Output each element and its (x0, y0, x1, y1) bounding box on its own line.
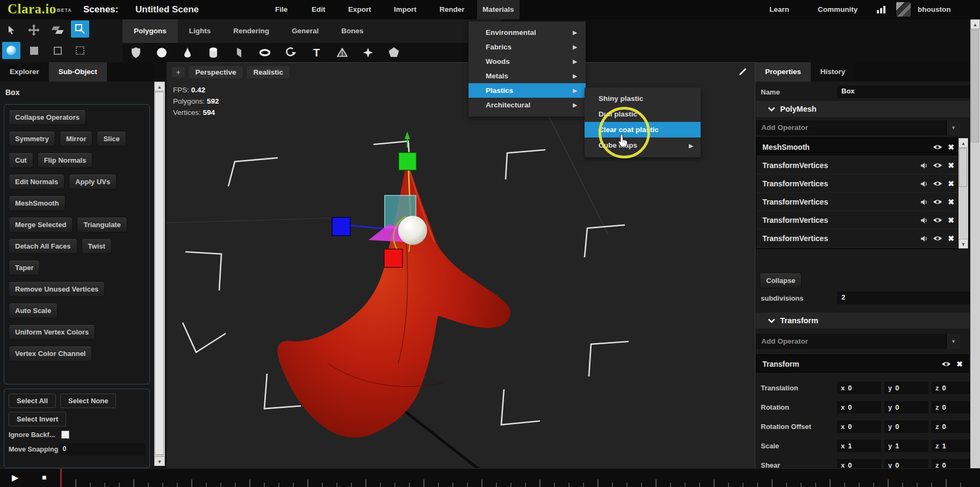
menu-item-plastics[interactable]: Plastics▶ (469, 83, 586, 98)
delete-operator-icon[interactable]: ✖ (948, 156, 954, 175)
tab-rendering[interactable]: Rendering (222, 19, 280, 43)
avatar[interactable] (896, 2, 911, 17)
menu-item-woods[interactable]: Woods▶ (469, 54, 586, 69)
meshsmooth-button[interactable]: MeshSmooth (9, 195, 66, 211)
subdivisions-input[interactable]: 2 (837, 292, 970, 304)
menu-community[interactable]: Community (812, 0, 863, 19)
rotation-offset-z-input[interactable]: z0 (932, 420, 970, 433)
tab-explorer[interactable]: Explorer (0, 62, 49, 82)
shield-tool-icon[interactable] (130, 47, 142, 59)
menu-item-environmental[interactable]: Environmental▶ (469, 25, 586, 40)
speaker-icon[interactable] (920, 217, 927, 224)
edit-normals-button[interactable]: Edit Normals (9, 174, 64, 190)
remove-unused-vertices-button[interactable]: Remove Unused Vertices (9, 281, 105, 297)
name-input[interactable]: Box (837, 85, 970, 98)
fill-select-tool-icon[interactable] (25, 42, 43, 59)
eye-icon[interactable] (933, 162, 942, 169)
translation-x-input[interactable]: x0 (837, 382, 881, 394)
cut-button[interactable]: Cut (9, 152, 33, 168)
operator-row[interactable]: MeshSmooth ✖ (756, 138, 968, 156)
transform-operator-row[interactable]: Transform ✖ (756, 354, 969, 373)
flip-normals-button[interactable]: Flip Normals (38, 152, 93, 168)
cone-tool-icon[interactable] (182, 47, 193, 59)
torus-tool-icon[interactable] (259, 47, 271, 59)
dropdown-arrow-icon[interactable]: ▼ (946, 334, 960, 349)
move-tool-icon[interactable] (25, 21, 43, 39)
speaker-icon[interactable] (920, 199, 927, 206)
rotation-offset-x-input[interactable]: x0 (837, 420, 881, 433)
twist-button[interactable]: Twist (82, 238, 112, 254)
menu-materials[interactable]: Materials (477, 0, 520, 19)
points-select-tool-icon[interactable] (71, 42, 89, 59)
rotation-x-input[interactable]: x0 (837, 401, 881, 413)
delete-operator-icon[interactable]: ✖ (948, 175, 954, 193)
auto-scale-button[interactable]: Auto Scale (9, 303, 57, 318)
plane-tool-icon[interactable] (233, 47, 245, 59)
vertex-color-channel-button[interactable]: Vertex Color Channel (9, 346, 92, 361)
translation-z-input[interactable]: z0 (932, 382, 970, 394)
menu-item-fabrics[interactable]: Fabrics▶ (469, 40, 586, 54)
operator-row[interactable]: TransformVertices ✖ (756, 193, 968, 211)
tab-properties[interactable]: Properties (755, 62, 811, 82)
menu-edit[interactable]: Edit (306, 0, 331, 19)
menu-export[interactable]: Export (343, 0, 377, 19)
operator-list-scrollbar[interactable]: ▲ ▼ (959, 138, 968, 249)
scene-name[interactable]: Untitled Scene (135, 4, 199, 15)
scale-y-input[interactable]: y1 (884, 440, 928, 452)
left-panel-scrollbar[interactable]: ▲ ▼ (154, 82, 165, 466)
symmetry-button[interactable]: Symmetry (9, 131, 55, 147)
rect-select-tool-icon[interactable] (71, 20, 89, 38)
camera-mode-button[interactable]: Perspective (189, 66, 243, 78)
move-snapping-input[interactable]: 0 (60, 444, 145, 455)
sphere-tool-icon[interactable] (156, 47, 168, 59)
delete-operator-icon[interactable]: ✖ (948, 193, 954, 211)
clara-logo[interactable]: Clara.io (8, 2, 56, 17)
shading-mode-button[interactable]: Realistic (247, 66, 290, 78)
timeline[interactable]: ▶ ■ (0, 468, 980, 487)
tab-lights[interactable]: Lights (178, 19, 222, 43)
submenu-item-shiny-plastic[interactable]: Shiny plastic (585, 91, 701, 106)
collapse-button[interactable]: Collapse (760, 273, 802, 288)
add-operator-dropdown[interactable]: Add Operator ▼ (756, 334, 960, 349)
taper-button[interactable]: Taper (9, 260, 40, 275)
detach-all-faces-button[interactable]: Detach All Faces (9, 238, 77, 254)
stats-chart-icon[interactable] (877, 6, 887, 13)
cylinder-tool-icon[interactable] (207, 47, 219, 59)
stop-icon[interactable]: ■ (42, 473, 46, 482)
play-icon[interactable]: ▶ (12, 473, 18, 483)
ignore-backfacing-checkbox[interactable] (61, 431, 69, 439)
tab-bones[interactable]: Bones (330, 19, 374, 43)
polygon-tool-icon[interactable] (388, 47, 400, 59)
delete-operator-icon[interactable]: ✖ (956, 355, 963, 373)
operator-row[interactable]: TransformVertices ✖ (756, 211, 968, 229)
operator-row[interactable]: TransformVertices ✖ (756, 156, 968, 175)
rotation-z-input[interactable]: z0 (932, 401, 970, 413)
pointer-tool-icon[interactable] (2, 21, 20, 39)
sphere-select-tool-icon[interactable] (2, 42, 20, 59)
shear-z-input[interactable]: z0 (932, 459, 970, 468)
polymesh-section-header[interactable]: PolyMesh (756, 101, 970, 117)
menu-item-metals[interactable]: Metals▶ (469, 69, 586, 83)
page-scrollbar[interactable]: ▲ (970, 19, 980, 468)
speaker-icon[interactable] (920, 162, 927, 169)
select-all-button[interactable]: Select All (9, 394, 56, 408)
submenu-item-cube-maps[interactable]: Cube Maps▶ (585, 137, 701, 153)
menu-import[interactable]: Import (388, 0, 422, 19)
tab-history[interactable]: History (811, 62, 855, 82)
rotation-offset-y-input[interactable]: y0 (884, 420, 928, 433)
eye-icon[interactable] (933, 217, 942, 223)
scale-x-input[interactable]: x1 (837, 440, 881, 452)
merge-selected-button[interactable]: Merge Selected (9, 217, 73, 232)
text-tool-icon[interactable]: T (311, 47, 322, 59)
eye-icon[interactable] (933, 235, 942, 242)
select-none-button[interactable]: Select None (60, 394, 116, 408)
scale-z-input[interactable]: z1 (932, 440, 970, 452)
tab-sub-object[interactable]: Sub-Object (49, 62, 107, 82)
delete-operator-icon[interactable]: ✖ (948, 211, 954, 229)
eye-icon[interactable] (933, 144, 942, 150)
transform-section-header[interactable]: Transform (756, 312, 970, 329)
submenu-item-dull-plastic[interactable]: Dull plastic (585, 106, 701, 122)
eye-icon[interactable] (933, 199, 942, 205)
rotation-y-input[interactable]: y0 (884, 401, 928, 413)
translation-y-input[interactable]: y0 (884, 382, 928, 394)
